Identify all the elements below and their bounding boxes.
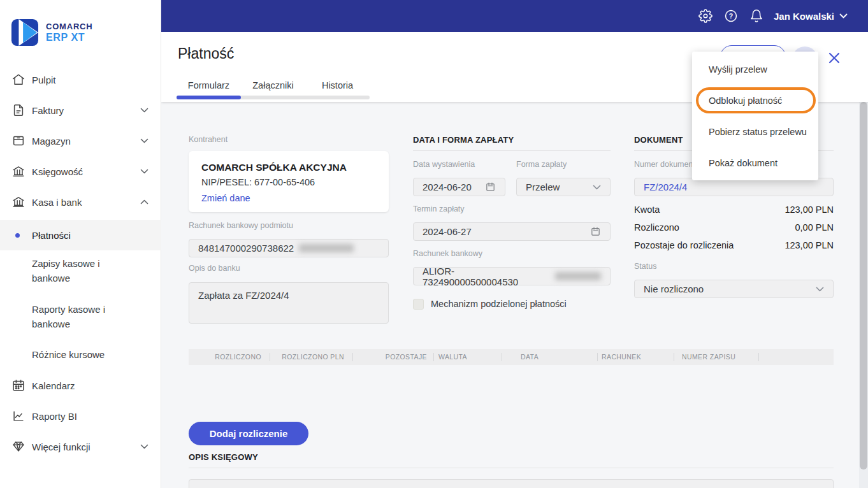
sidebar-item-kalendarz[interactable]: Kalendarz	[0, 370, 161, 401]
termin-zaplaty-input[interactable]: 2024-06-27	[413, 222, 611, 241]
sidebar-item-wiecej-funkcji[interactable]: Więcej funkcji	[0, 431, 161, 462]
chevron-down-icon	[839, 13, 848, 18]
column-header: NUMER ZAPISU	[674, 349, 758, 365]
sidebar-item-platnosci[interactable]: Płatności	[0, 220, 161, 250]
forma-zaplaty-select[interactable]: Przelew	[516, 178, 611, 196]
numer-dokumentu-input[interactable]: FZ/2024/4	[634, 178, 834, 196]
status-select[interactable]: Nie rozliczono	[634, 280, 834, 298]
data-wystawienia-input[interactable]: 2024-06-20	[413, 178, 505, 196]
calendar-picker-icon[interactable]	[590, 226, 601, 237]
column-header: ROZLICZONO	[189, 349, 270, 365]
opis-do-banku-value: Zapłata za FZ/2024/4	[198, 290, 289, 301]
sidebar-item-label: Raporty BI	[32, 411, 77, 422]
column-header: DATA	[502, 349, 597, 365]
gear-icon[interactable]	[698, 9, 712, 23]
column-header: RACHUNEK	[597, 349, 674, 365]
chevron-down-icon	[140, 169, 148, 174]
chevron-up-icon	[140, 199, 148, 205]
sidebar-item-roznice-kursowe[interactable]: Różnice kursowe	[0, 347, 161, 364]
forma-zaplaty-label: Forma zapłaty	[516, 160, 567, 169]
invoice-icon	[11, 103, 25, 117]
sidebar-item-label: Kalendarz	[32, 380, 75, 391]
chevron-down-icon	[816, 287, 824, 292]
termin-zaplaty-value: 2024-06-27	[423, 226, 472, 237]
kontrahent-card: COMARCH SPÓŁKA AKCYJNA NIP/PESEL: 677-00…	[189, 151, 389, 212]
status-label: Status	[634, 262, 656, 271]
topbar: ? Jan Kowalski	[161, 0, 868, 32]
sidebar-item-label: Pulpit	[32, 75, 56, 85]
numer-dokumentu-value: FZ/2024/4	[644, 182, 687, 192]
rachunek-podmiotu-input[interactable]: 848147000290738622	[189, 239, 389, 257]
brand-line1: COMARCH	[46, 22, 92, 31]
termin-zaplaty-label: Termin zapłaty	[413, 205, 465, 213]
menu-item-pobierz-status[interactable]: Pobierz status przelewu	[692, 116, 818, 147]
tab-track	[177, 96, 370, 99]
sidebar-item-label: Płatności	[32, 228, 153, 243]
sidebar-item-label: Więcej funkcji	[32, 441, 90, 452]
sidebar-item-pulpit[interactable]: Pulpit	[0, 64, 161, 95]
change-data-link[interactable]: Zmień dane	[201, 193, 250, 203]
forma-zaplaty-value: Przelew	[526, 182, 560, 192]
sidebar-item-raporty-kasowe[interactable]: Raporty kasowe i bankowe	[0, 302, 161, 333]
sidebar-item-label: Księgowość	[32, 166, 83, 177]
user-name: Jan Kowalski	[774, 11, 834, 22]
comarch-logo-icon	[11, 19, 38, 46]
comarch-logo: COMARCH ERP XT	[11, 19, 92, 46]
status-value: Nie rozliczono	[644, 283, 704, 294]
redacted-account-digits	[299, 244, 354, 252]
column-header: POZOSTAJE	[352, 349, 433, 365]
active-tab-indicator	[177, 96, 241, 99]
help-icon[interactable]: ?	[724, 9, 738, 23]
actions-dropdown-menu: Wyślij przelew Odblokuj płatność Pobierz…	[692, 52, 818, 180]
sidebar-item-zapisy-kasowe[interactable]: Zapisy kasowe i bankowe	[0, 256, 161, 287]
add-settlement-button[interactable]: Dodaj rozliczenie	[189, 422, 308, 445]
sidebar-item-magazyn[interactable]: Magazyn	[0, 126, 161, 156]
chevron-down-icon	[140, 108, 148, 113]
menu-item-odblokuj-platnosc[interactable]: Odblokuj płatność	[692, 85, 818, 116]
sidebar-item-faktury[interactable]: Faktury	[0, 95, 161, 126]
rachunek-podmiotu-value: 848147000290738622	[198, 243, 294, 254]
data-wystawienia-label: Data wystawienia	[413, 160, 475, 169]
close-icon[interactable]	[827, 51, 841, 65]
split-payment-checkbox[interactable]	[413, 299, 424, 310]
sidebar-item-kasa-i-bank[interactable]: Kasa i bank	[0, 187, 161, 217]
user-menu[interactable]: Jan Kowalski	[774, 0, 848, 32]
pozostaje-label: Pozostaje do rozliczenia	[634, 240, 734, 250]
sidebar-item-ksiegowosc[interactable]: Księgowość	[0, 156, 161, 187]
rozliczono-row: Rozliczono 0,00 PLN	[634, 219, 834, 236]
active-dot-icon	[15, 233, 20, 238]
opis-do-banku-textarea[interactable]: Zapłata za FZ/2024/4	[189, 282, 389, 324]
rozliczono-value: 0,00 PLN	[795, 222, 834, 233]
kontrahent-nip: NIP/PESEL: 677-00-65-406	[201, 177, 376, 187]
menu-item-wyslij-przelew[interactable]: Wyślij przelew	[692, 54, 818, 85]
menu-item-pokaz-dokument[interactable]: Pokaż dokument	[692, 147, 818, 178]
brand-line2: ERP XT	[46, 32, 92, 43]
rachunek-bankowy-input[interactable]: ALIOR-732490000500004530	[413, 267, 611, 285]
kwota-value: 123,00 PLN	[785, 205, 834, 215]
scrollbar-thumb[interactable]	[860, 102, 867, 470]
redacted-account-digits	[555, 272, 601, 280]
sidebar-item-raporty-bi[interactable]: Raporty BI	[0, 401, 161, 431]
sidebar-item-label: Raporty kasowe i bankowe	[32, 302, 137, 331]
diamond-icon	[11, 440, 25, 454]
section-opis-ksiegowy: OPIS KSIĘGOWY	[189, 452, 834, 468]
section-data-forma: DATA I FORMA ZAPŁATY	[413, 135, 611, 151]
sidebar: COMARCH ERP XT Pulpit Faktury Magazyn Ks…	[0, 0, 161, 488]
chevron-down-icon	[140, 138, 148, 143]
svg-text:?: ?	[729, 12, 733, 20]
pozostaje-row: Pozostaje do rozliczenia 123,00 PLN	[634, 236, 834, 254]
data-wystawienia-value: 2024-06-20	[423, 182, 472, 192]
bell-icon[interactable]	[749, 9, 763, 23]
kwota-row: Kwota 123,00 PLN	[634, 201, 834, 219]
opis-do-banku-label: Opis do banku	[189, 264, 240, 273]
chevron-down-icon	[140, 444, 148, 449]
settlements-table-header: ROZLICZONO ROZLICZONO PLN POZOSTAJE WALU…	[189, 349, 834, 365]
calendar-picker-icon[interactable]	[485, 182, 496, 192]
home-icon	[11, 73, 25, 87]
opis-ksiegowy-field-partial[interactable]	[189, 479, 834, 488]
calendar-icon	[11, 378, 25, 392]
numer-dokumentu-label: Numer dokumentu	[634, 160, 700, 169]
sidebar-item-label: Faktury	[32, 105, 64, 116]
rachunek-bankowy-value: ALIOR-732490000500004530	[423, 266, 550, 287]
rachunek-bankowy-label: Rachunek bankowy	[413, 249, 482, 258]
